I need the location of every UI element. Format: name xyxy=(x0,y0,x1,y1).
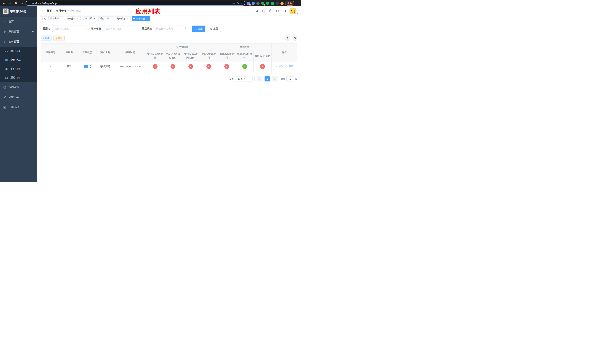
filter-form: 应用名 商户名称 开启状态 请选择开启状态 ▾ 搜索 重置 xyxy=(41,26,297,32)
sidebar-item-label: 支付订单 xyxy=(10,67,21,71)
close-icon[interactable]: × xyxy=(127,17,129,20)
col-alipay-app: 支付宝 APP 支付 xyxy=(146,51,164,61)
document-icon: ▤ xyxy=(5,76,8,79)
page-size-select[interactable]: 10条/页 ▾ xyxy=(236,76,255,81)
tab-home[interactable]: 首页 xyxy=(40,16,47,21)
extension-icon-2[interactable] xyxy=(252,2,255,5)
toggle-search-button[interactable] xyxy=(285,36,290,41)
close-icon[interactable]: × xyxy=(60,17,62,20)
status-select[interactable]: 请选择开启状态 ▾ xyxy=(154,26,188,32)
sidebar-item-dev-tools[interactable]: ⚒ 研发工具 xyxy=(0,92,37,102)
col-alipay-qr: 支付宝扫码支付 xyxy=(200,51,218,61)
share-icon[interactable] xyxy=(236,2,239,5)
prev-page-button[interactable]: ‹ xyxy=(257,76,262,81)
extension-icon-8[interactable] xyxy=(280,2,284,5)
fullscreen-icon[interactable] xyxy=(276,9,280,13)
breadcrumb-separator: / xyxy=(68,10,69,12)
status-label: 开启状态 xyxy=(142,27,152,30)
page-number-1[interactable]: 1 xyxy=(265,76,270,81)
sidebar-item-merchant-info[interactable]: ▭ 商户信息 xyxy=(0,47,37,55)
wechat-mini-status-icon: × xyxy=(224,64,229,69)
search-button[interactable]: 搜索 xyxy=(192,26,205,32)
tab-refund-order[interactable]: 退款订单× xyxy=(98,16,114,21)
close-icon[interactable]: × xyxy=(110,17,112,20)
sidebar: 芋道管理系统 ◔ 首页 ⚙ 系统管理 ¥ 支付管理 ▭ 商户信息 xyxy=(0,6,37,182)
caret-down-icon: ▾ xyxy=(297,12,298,14)
sidebar-item-pay-order[interactable]: ◉ 支付订单 xyxy=(0,64,37,73)
add-button[interactable]: + 新增 xyxy=(41,36,52,41)
export-button[interactable]: ⇩ 导出 xyxy=(53,36,64,41)
sidebar-item-refund-order[interactable]: ▤ 退款订单 xyxy=(0,73,37,82)
github-icon[interactable] xyxy=(262,9,266,13)
bookmark-star-icon[interactable]: ☆ xyxy=(241,2,243,5)
breadcrumb-separator: / xyxy=(54,10,54,12)
col-actions: 操作 xyxy=(272,43,297,62)
alipay-app-status-icon: × xyxy=(153,64,158,69)
top-navbar: 首页 / 支付管理 / 应用信息 ? TT xyxy=(37,6,301,16)
tab-process-form[interactable]: 流程表单× xyxy=(48,16,64,21)
sidebar-item-workflow[interactable]: ▣ 工作流程 xyxy=(0,102,37,112)
close-icon[interactable]: × xyxy=(76,17,79,20)
password-key-icon[interactable] xyxy=(232,2,235,5)
close-icon[interactable]: × xyxy=(146,17,149,20)
browser-back-icon[interactable]: ← xyxy=(2,1,6,5)
search-icon[interactable] xyxy=(255,9,259,13)
yen-icon: ¥ xyxy=(3,40,6,43)
sidebar-item-payment[interactable]: ¥ 支付管理 xyxy=(0,37,37,47)
chevron-up-icon xyxy=(32,41,34,43)
goto-page-input[interactable] xyxy=(286,76,294,81)
sidebar-item-label: 支付管理 xyxy=(9,40,19,43)
alipay-wap-status-icon: × xyxy=(188,64,193,69)
payment-submenu: ▭ 商户信息 ▦ 应用信息 ◉ 支付订单 ▤ 退款订单 xyxy=(0,47,37,82)
wechat-jsapi-status-icon: ✓ xyxy=(242,64,247,69)
merchant-name-input[interactable] xyxy=(103,26,137,32)
group-alipay-config: 支付宝配置 xyxy=(146,43,218,51)
tab-pay-order[interactable]: 支付订单× xyxy=(82,16,97,21)
sidebar-item-label: 退款订单 xyxy=(10,76,21,79)
font-size-icon[interactable]: TT xyxy=(283,9,286,13)
sidebar-collapse-icon[interactable] xyxy=(40,9,44,13)
sidebar-logo-row[interactable]: 芋道管理系统 xyxy=(0,6,37,17)
breadcrumb-home[interactable]: 首页 xyxy=(47,9,52,13)
extension-icon-4[interactable]: 1 xyxy=(261,2,264,5)
download-icon: ⇩ xyxy=(55,37,57,39)
user-avatar-dropdown[interactable]: ▾ xyxy=(290,8,298,14)
extension-icon-6[interactable] xyxy=(271,2,274,5)
sidebar-item-infrastructure[interactable]: ▢ 基础设施 xyxy=(0,82,37,92)
tab-merchant-info[interactable]: 商户信息× xyxy=(115,16,131,21)
extension-icon-1[interactable]: 10 xyxy=(247,2,250,5)
tab-user-group[interactable]: 用户分组× xyxy=(65,16,81,21)
refresh-table-button[interactable] xyxy=(292,36,297,41)
browser-reload-icon[interactable]: ↻ xyxy=(14,1,18,5)
extension-icon-7[interactable] xyxy=(276,2,279,5)
chevron-down-icon: ▾ xyxy=(252,78,253,80)
breadcrumb-payment[interactable]: 支付管理 xyxy=(56,9,66,13)
site-info-icon[interactable]: i xyxy=(28,2,30,4)
browser-home-icon[interactable]: ⌂ xyxy=(20,1,24,5)
app-name-input[interactable] xyxy=(52,26,86,32)
delete-link[interactable]: 删除 xyxy=(286,65,293,68)
sidebar-item-app-info[interactable]: ▦ 应用信息 xyxy=(0,55,37,64)
help-icon[interactable]: ? xyxy=(269,9,273,13)
col-app-name: 应用名 xyxy=(60,43,78,62)
close-icon[interactable]: × xyxy=(93,17,96,20)
col-wechat-app: 微信 APP 支付 xyxy=(254,51,272,61)
extension-icon-5[interactable] xyxy=(266,2,269,5)
avatar[interactable] xyxy=(290,8,296,14)
col-created: 创建时间 xyxy=(114,43,146,62)
url-text[interactable]: localhost:1024/pay/app xyxy=(32,2,57,5)
address-bar[interactable]: i localhost:1024/pay/app ☆ xyxy=(26,1,245,6)
reset-button[interactable]: 重置 xyxy=(207,26,221,32)
browser-forward-icon[interactable]: → xyxy=(8,1,12,5)
extension-icon-3[interactable] xyxy=(256,2,259,5)
tab-app-info[interactable]: 应用信息× xyxy=(132,16,150,21)
sidebar-item-system[interactable]: ⚙ 系统管理 xyxy=(0,27,37,37)
next-page-button[interactable]: › xyxy=(272,76,278,81)
browser-update-button[interactable]: 更新 xyxy=(285,1,294,6)
group-wechat-config: 微信配置 xyxy=(218,43,272,51)
sidebar-item-home[interactable]: ◔ 首页 xyxy=(0,17,37,27)
edit-link[interactable]: 修改 xyxy=(276,65,283,68)
browser-menu-icon[interactable]: ⋮ xyxy=(296,1,299,5)
table-toolbar: + 新增 ⇩ 导出 xyxy=(41,36,297,41)
enabled-toggle[interactable] xyxy=(84,65,91,68)
